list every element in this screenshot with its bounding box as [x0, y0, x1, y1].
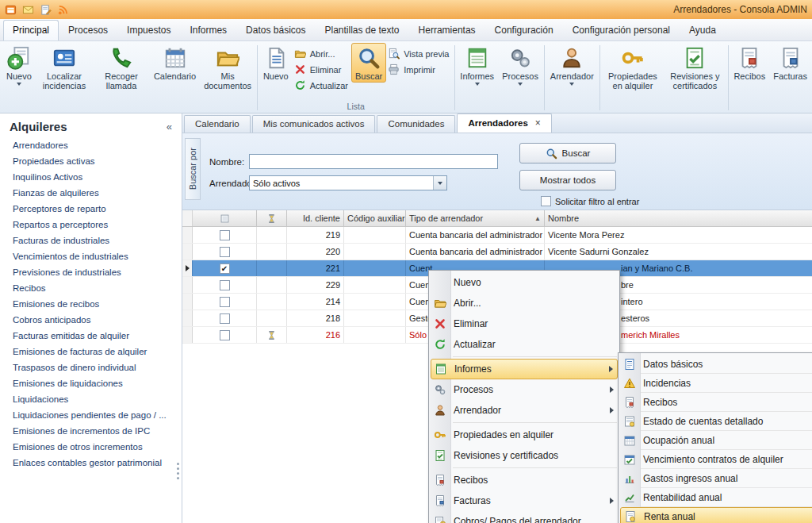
grid-header-hourglass[interactable] [257, 210, 287, 226]
titlebar-mail-button[interactable] [22, 4, 34, 16]
menu-item-propiedades-en-alquiler[interactable]: Propiedades en alquiler [429, 425, 619, 445]
row-checkbox[interactable] [220, 280, 230, 290]
menu-item-gastos-ingresos-anual[interactable]: Gastos ingresos anual [619, 469, 812, 487]
menu-item-ocupación-anual[interactable]: Ocupación anual [619, 431, 812, 449]
sidebar-item-previsiones-de-industriales[interactable]: Previsiones de industriales [0, 264, 182, 280]
menu-item-datos-básicos[interactable]: Datos básicos [619, 355, 812, 373]
sidebar-item-emisiones-de-liquidaciones[interactable]: Emisiones de liquidaciones [0, 375, 182, 391]
menu-item-revisiones-y-certificados[interactable]: Revisiones y certificados [429, 445, 619, 466]
sidebar-item-enlaces-contables-gestor-patrimonial[interactable]: Enlaces contables gestor patrimonial [0, 455, 182, 471]
ribbon-button-eliminar[interactable]: Eliminar [294, 63, 348, 75]
sidebar-item-cobros-anticipados[interactable]: Cobros anticipados [0, 312, 182, 328]
ribbon-button-propiedades-en-alquiler[interactable]: Propiedades en alquiler [602, 43, 664, 92]
ribbon-button-localizar-incidencias[interactable]: Localizar incidencias [36, 43, 93, 92]
menu-item-eliminar[interactable]: Eliminar [429, 313, 619, 334]
menu-item-procesos[interactable]: Procesos [429, 379, 619, 400]
solicitar-filtro-checkbox[interactable] [541, 196, 551, 206]
menu-item-cobros-pagos-del-arrendador[interactable]: Cobros/ Pagos del arrendador [429, 511, 619, 523]
nombre-input[interactable] [249, 154, 498, 169]
sidebar-item-fianzas-de-alquileres[interactable]: Fianzas de alquileres [0, 185, 182, 201]
ribbon-button-calendario[interactable]: Calendario [150, 43, 200, 83]
sidebar-scroll-grip[interactable] [177, 463, 179, 465]
menu-tab-datos-básicos[interactable]: Datos básicos [236, 20, 315, 40]
menu-item-incidencias[interactable]: Incidencias [619, 374, 812, 392]
sidebar-item-emisiones-de-recibos[interactable]: Emisiones de recibos [0, 296, 182, 312]
ribbon-button-procesos[interactable]: Procesos [498, 43, 542, 87]
sidebar-item-emisiones-de-otros-incrementos[interactable]: Emisiones de otros incrementos [0, 439, 182, 455]
menu-tab-impuestos[interactable]: Impuestos [117, 20, 180, 40]
doc-tab-comunidades[interactable]: Comunidades [377, 115, 455, 133]
titlebar-app-button[interactable] [5, 4, 17, 16]
menu-tab-principal[interactable]: Principal [3, 20, 59, 40]
ribbon-button-nuevo[interactable]: Nuevo [259, 43, 293, 83]
sidebar-item-arrendadores[interactable]: Arrendadores [0, 137, 182, 153]
arrendadores-select[interactable]: Sólo activos [249, 175, 447, 190]
ribbon-button-actualizar[interactable]: Actualizar [294, 79, 348, 91]
row-checkbox[interactable] [220, 247, 230, 257]
sidebar-item-vencimientos-de-industriales[interactable]: Vencimientos de industriales [0, 248, 182, 264]
menu-item-informes[interactable]: Informes [431, 359, 618, 379]
grid-header-codigo-auxiliar[interactable]: Código auxiliar [344, 210, 406, 226]
ribbon-button-buscar[interactable]: Buscar [351, 43, 386, 83]
menu-item-facturas[interactable]: Facturas [429, 490, 619, 511]
menu-tab-herramientas[interactable]: Herramientas [409, 20, 485, 40]
ribbon-button-recibos[interactable]: Recibos [730, 43, 769, 83]
menu-tab-plantillas-de-texto[interactable]: Plantillas de texto [315, 20, 408, 40]
menu-item-rentabilidad-anual[interactable]: Rentabilidad anual [619, 488, 812, 506]
menu-item-renta-anual[interactable]: Renta anual [620, 507, 812, 523]
sidebar-item-inquilinos-activos[interactable]: Inquilinos Activos [0, 169, 182, 185]
menu-tab-configuración-personal[interactable]: Configuración personal [563, 20, 680, 40]
row-checkbox[interactable] [220, 297, 230, 307]
sidebar-item-liquidaciones[interactable]: Liquidaciones [0, 391, 182, 407]
menu-item-recibos[interactable]: Recibos [429, 470, 619, 490]
ribbon-button-vista-previa[interactable]: Vista previa [388, 48, 449, 60]
doc-tab-arrendadores[interactable]: Arrendadores× [457, 113, 551, 133]
sidebar-item-recibos[interactable]: Recibos [0, 280, 182, 296]
grid-header-tipo-arrendador[interactable]: Tipo de arrendador▲ [406, 210, 545, 226]
combo-dropdown-button[interactable] [433, 176, 446, 190]
grid-header-id-cliente[interactable]: Id. cliente [287, 210, 344, 226]
table-row[interactable]: 220Cuenta bancaria del administradorVice… [182, 244, 812, 260]
ribbon-button-imprimir[interactable]: Imprimir [388, 63, 449, 75]
table-row[interactable]: 219Cuenta bancaria del administradorVice… [182, 227, 812, 244]
titlebar-feed-button[interactable] [57, 4, 69, 16]
sidebar-item-liquidaciones-pendientes-de-pago[interactable]: Liquidaciones pendientes de pago / ... [0, 407, 182, 423]
sidebar-item-emisiones-de-facturas-de-alquiler[interactable]: Emisiones de facturas de alquiler [0, 344, 182, 360]
row-checkbox[interactable] [220, 330, 230, 340]
menu-tab-procesos[interactable]: Procesos [59, 20, 117, 40]
grid-header-checkbox[interactable] [193, 210, 257, 226]
ribbon-button-revisiones-y-certificados[interactable]: Revisiones y certificados [664, 43, 726, 92]
sidebar-item-facturas-de-industriales[interactable]: Facturas de industriales [0, 233, 182, 248]
collapse-sidebar-icon[interactable]: « [167, 121, 172, 133]
ribbon-button-mis-documentos[interactable]: Mis documentos [200, 43, 255, 92]
menu-tab-informes[interactable]: Informes [180, 20, 236, 40]
menu-item-recibos[interactable]: Recibos [619, 393, 812, 411]
doc-tab-calendario[interactable]: Calendario [184, 115, 251, 133]
titlebar-note-button[interactable] [40, 4, 52, 16]
menu-item-arrendador[interactable]: Arrendador [429, 400, 619, 421]
row-checkbox[interactable] [220, 230, 230, 240]
row-checkbox[interactable] [220, 313, 230, 324]
ribbon-button-facturas[interactable]: Facturas [769, 43, 811, 83]
sidebar-item-perceptores-de-reparto[interactable]: Perceptores de reparto [0, 201, 182, 217]
sidebar-item-propiedades-activas[interactable]: Propiedades activas [0, 153, 182, 169]
menu-item-nuevo[interactable]: Nuevo [429, 272, 619, 293]
sidebar-item-traspasos-de-dinero-individual[interactable]: Traspasos de dinero individual [0, 360, 182, 375]
ribbon-button-arrendador[interactable]: Arrendador [546, 43, 598, 87]
row-checkbox[interactable]: ✔ [220, 263, 230, 274]
search-side-strip[interactable]: Buscar por [185, 138, 201, 200]
menu-tab-configuración[interactable]: Configuración [485, 20, 563, 40]
menu-item-estado-de-cuentas-detallado[interactable]: Estado de cuentas detallado [619, 412, 812, 430]
close-icon[interactable]: × [535, 114, 541, 133]
ribbon-button-recoger-llamada[interactable]: Recoger llamada [93, 43, 150, 92]
sidebar-item-repartos-a-perceptores[interactable]: Repartos a perceptores [0, 217, 182, 233]
menu-item-actualizar[interactable]: Actualizar [429, 334, 619, 355]
ribbon-button-nuevo[interactable]: Nuevo [2, 43, 36, 87]
ribbon-button-abrir[interactable]: Abrir... [294, 48, 348, 60]
sidebar-item-facturas-emitidas-de-alquiler[interactable]: Facturas emitidas de alquiler [0, 328, 182, 344]
menu-item-vencimiento-contratos-de-alquiler[interactable]: Vencimiento contratos de alquiler [619, 450, 812, 468]
ribbon-button-informes[interactable]: Informes [456, 43, 498, 87]
mostrar-todos-button[interactable]: Mostrar todos [519, 170, 616, 190]
menu-item-abrir[interactable]: Abrir... [429, 293, 619, 313]
buscar-button[interactable]: Buscar [519, 143, 616, 163]
